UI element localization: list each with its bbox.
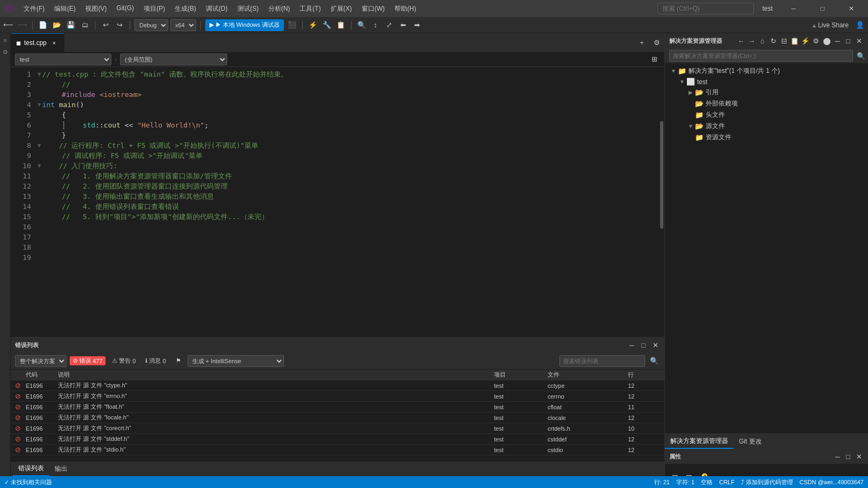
search-input[interactable] <box>657 3 754 14</box>
code-content[interactable]: ▼// test.cpp : 此文件包含 "main" 函数。程序执行将在此处开… <box>33 67 659 337</box>
tab-output[interactable]: 输出 <box>49 462 73 476</box>
run-button[interactable]: ▶ ▶ 本地 Windows 调试器 <box>205 19 284 31</box>
undo-button[interactable]: ↩ <box>100 19 111 31</box>
props-maximize[interactable]: □ <box>843 452 853 461</box>
se-btn-9[interactable]: ⬤ <box>822 36 832 46</box>
tab-error-list[interactable]: 错误列表 <box>13 462 49 476</box>
se-btn-2[interactable]: → <box>747 36 757 46</box>
toolbar-btn-7[interactable]: 🔧 <box>321 19 333 31</box>
list-item[interactable]: ⊘ E1696 无法打开 源 文件 "stdio.h" test cstdio … <box>11 445 664 455</box>
menu-item[interactable]: 测试(S) <box>233 2 263 16</box>
panel-close-button[interactable]: ✕ <box>650 340 660 350</box>
list-item[interactable]: ⊘ E1696 无法打开 源 文件 "locale.h" test clocal… <box>11 412 664 423</box>
list-item[interactable]: ⊘ E1696 无法打开 源 文件 "ctype.h" test cctype … <box>11 380 664 391</box>
toolbar-btn-8[interactable]: 📋 <box>335 19 347 31</box>
error-search-input[interactable] <box>559 355 645 367</box>
panel-maximize-button[interactable]: □ <box>639 340 648 350</box>
menu-item[interactable]: 窗口(W) <box>357 2 389 16</box>
se-maximize[interactable]: □ <box>843 36 853 46</box>
tree-item-headers[interactable]: 📁 头文件 <box>665 109 868 121</box>
solution-root[interactable]: ▼ 📁 解决方案"test"(1 个项目/共 1 个) <box>665 65 868 77</box>
tab-solution-explorer[interactable]: 解决方案资源管理器 <box>665 434 734 449</box>
error-badge[interactable]: ⊘ 错误 477 <box>70 356 106 365</box>
menu-item[interactable]: 帮助(H) <box>390 2 421 16</box>
se-btn-4[interactable]: ↻ <box>768 36 778 46</box>
symbol-select[interactable]: test <box>15 54 111 65</box>
tab-test-cpp[interactable]: ◼ test.cpp × <box>11 33 64 52</box>
new-editor-button[interactable]: + <box>634 33 649 52</box>
menu-item[interactable]: 编辑(E) <box>50 2 80 16</box>
filter-badge[interactable]: ⚑ <box>173 357 184 365</box>
solution-search-button[interactable]: 🔍 <box>856 51 866 61</box>
new-file-button[interactable]: 📄 <box>37 19 49 31</box>
toolbar-btn-13[interactable]: ➡ <box>411 19 423 31</box>
panel-minimize-button[interactable]: ─ <box>627 340 637 350</box>
tree-item-sources[interactable]: ▼ 📂 源文件 <box>665 121 868 132</box>
split-editor-button[interactable]: ⊞ <box>648 54 660 65</box>
list-item[interactable]: ⊘ E1696 无法打开 源 文件 "stddef.h" test cstdde… <box>11 434 664 445</box>
menu-item[interactable]: 视图(V) <box>81 2 111 16</box>
activity-icon-1[interactable]: ≡ <box>1 35 10 45</box>
status-csdn[interactable]: CSDN @wei...49003647 <box>799 478 864 486</box>
close-button[interactable]: ✕ <box>839 0 864 17</box>
warning-badge[interactable]: ⚠ 警告 0 <box>109 356 139 365</box>
tab-close-button[interactable]: × <box>50 39 58 47</box>
save-all-button[interactable]: 🗂 <box>79 19 91 31</box>
se-btn-1[interactable]: ← <box>736 36 746 46</box>
solution-tree[interactable]: ▼ 📁 解决方案"test"(1 个项目/共 1 个) ▼ ⬜ test ▶ 📂… <box>665 63 868 433</box>
toolbar-btn-12[interactable]: ⬅ <box>398 19 409 31</box>
se-minimize[interactable]: ─ <box>833 36 842 46</box>
tab-git-changes[interactable]: Git 更改 <box>734 435 767 448</box>
vertical-scrollbar[interactable] <box>659 67 664 337</box>
menu-item[interactable]: 工具(T) <box>295 2 325 16</box>
arch-select[interactable]: x64 <box>170 19 196 31</box>
toolbar-btn-11[interactable]: ⤢ <box>384 19 395 31</box>
list-item[interactable]: ⊘ E1696 无法打开 源 文件 "errno.h" test cerrno … <box>11 391 664 402</box>
error-table[interactable]: 代码 说明 项目 文件 行 ⊘ E1696 无法打开 源 文件 "ctype.h… <box>11 370 664 461</box>
list-item[interactable]: ⊘ E1696 无法打开 源 文件 "float.h" test cfloat … <box>11 402 664 412</box>
project-root[interactable]: ▼ ⬜ test <box>665 77 868 87</box>
props-minimize[interactable]: ─ <box>833 452 842 461</box>
redo-button[interactable]: ↪ <box>114 19 125 31</box>
status-line[interactable]: 行: 21 <box>654 478 670 486</box>
activity-icon-2[interactable]: ⚙ <box>1 47 10 57</box>
toolbar-btn-9[interactable]: 🔍 <box>356 19 368 31</box>
props-close[interactable]: ✕ <box>854 452 864 461</box>
solution-search-input[interactable] <box>669 50 853 62</box>
status-spaces[interactable]: 空格 <box>701 478 713 486</box>
se-btn-7[interactable]: ⚡ <box>800 36 810 46</box>
open-folder-button[interactable]: 📂 <box>51 19 63 31</box>
toolbar-btn-10[interactable]: ↕ <box>370 19 381 31</box>
se-btn-6[interactable]: 📋 <box>790 36 799 46</box>
menu-item[interactable]: 文件(F) <box>19 2 49 16</box>
user-icon[interactable]: 👤 <box>854 19 866 31</box>
status-encoding[interactable]: CRLF <box>719 478 735 486</box>
scope-select[interactable]: (全局范围) <box>120 54 227 65</box>
list-item[interactable]: ⊘ E1696 无法打开 源 文件 "corecrt.h" test crtde… <box>11 423 664 434</box>
info-badge[interactable]: ℹ 消息 0 <box>142 356 169 365</box>
props-btn-1[interactable]: ⊞ <box>669 471 681 476</box>
se-close[interactable]: ✕ <box>854 36 864 46</box>
menu-item[interactable]: 调试(D) <box>201 2 232 16</box>
restore-button[interactable]: □ <box>810 0 835 17</box>
back-button[interactable]: ⟵ <box>2 19 14 31</box>
save-button[interactable]: 💾 <box>65 19 77 31</box>
menu-item[interactable]: 分析(N) <box>264 2 295 16</box>
error-search-button[interactable]: 🔍 <box>648 355 660 367</box>
status-char[interactable]: 字符: 1 <box>676 478 694 486</box>
se-btn-5[interactable]: ⊟ <box>779 36 789 46</box>
status-source-control[interactable]: ⤴ 添加到源代码管理 <box>741 478 793 486</box>
props-btn-3[interactable]: 🔑 <box>697 471 709 476</box>
se-btn-8[interactable]: ⚙ <box>811 36 821 46</box>
se-btn-3[interactable]: ⌂ <box>758 36 767 46</box>
build-filter-select[interactable]: 生成 + IntelliSense <box>188 355 284 367</box>
liveshare-button[interactable]: ⟁ Live Share <box>809 20 852 30</box>
stop-button[interactable]: ⬛ <box>286 19 298 31</box>
editor-menu-button[interactable]: ⚙ <box>649 33 664 52</box>
props-btn-2[interactable]: ⊟ <box>683 471 695 476</box>
menu-item[interactable]: 生成(B) <box>170 2 200 16</box>
minimize-button[interactable]: ─ <box>781 0 806 17</box>
menu-item[interactable]: Git(G) <box>112 2 138 16</box>
menu-item[interactable]: 扩展(X) <box>326 2 356 16</box>
menu-item[interactable]: 项目(P) <box>139 2 169 16</box>
